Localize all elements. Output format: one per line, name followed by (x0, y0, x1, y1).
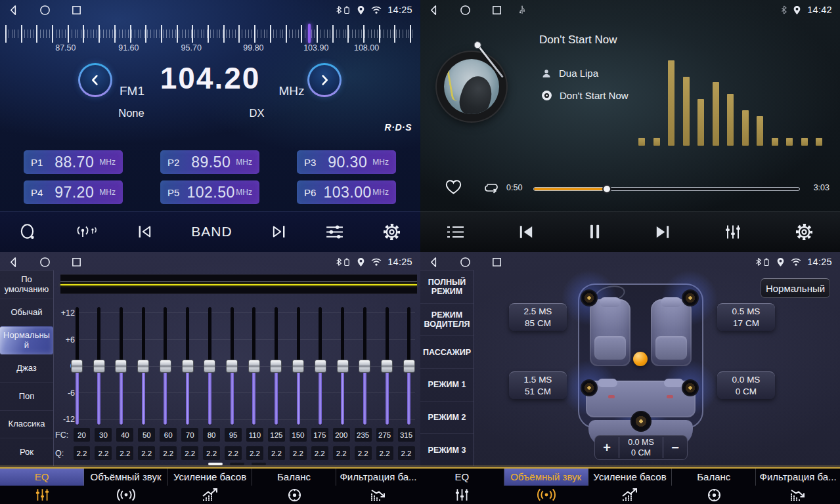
back-icon[interactable] (8, 5, 19, 16)
slider-knob[interactable] (337, 360, 349, 373)
tuner-scale[interactable] (5, 24, 415, 43)
eq-band-slider[interactable] (71, 307, 83, 425)
slider-knob[interactable] (182, 360, 194, 373)
tab-eq[interactable]: EQ (0, 469, 84, 504)
scan-button[interactable] (19, 223, 37, 241)
previous-track-button[interactable] (518, 224, 535, 240)
eq-band-slider[interactable] (359, 307, 370, 425)
back-icon[interactable] (428, 257, 439, 268)
recents-icon[interactable] (71, 257, 82, 268)
eq-band-slider[interactable] (248, 307, 260, 425)
listening-position-handle[interactable] (633, 352, 648, 366)
eq-preset-item[interactable]: По умолчанию (0, 270, 53, 299)
back-icon[interactable] (8, 257, 19, 268)
repeat-button[interactable] (483, 180, 500, 198)
slider-knob[interactable] (315, 360, 326, 373)
eq-band-slider[interactable] (93, 307, 105, 425)
slider-knob[interactable] (71, 360, 83, 373)
preset-button[interactable]: P3 90.30 MHz (297, 150, 396, 174)
audio-settings-button[interactable] (325, 224, 344, 240)
tab-filter[interactable]: Фильтрация ба... (336, 469, 420, 504)
eq-band-slider[interactable] (115, 307, 127, 425)
page-dot[interactable] (230, 463, 244, 465)
slider-knob[interactable] (359, 360, 370, 373)
favorite-button[interactable] (445, 178, 462, 198)
home-icon[interactable] (39, 257, 51, 268)
home-icon[interactable] (460, 257, 471, 268)
slider-knob[interactable] (160, 360, 171, 373)
tab-filter[interactable]: Фильтрация ба... (756, 469, 840, 504)
next-track-button[interactable] (654, 224, 671, 240)
sf-mode-item[interactable]: ПАССАЖИР (420, 335, 474, 368)
preset-button[interactable]: P1 88.70 MHz (24, 150, 123, 174)
seek-bar-knob[interactable] (602, 184, 611, 194)
slider-knob[interactable] (204, 360, 215, 373)
recents-icon[interactable] (71, 5, 82, 16)
settings-button[interactable] (382, 222, 401, 242)
eq-band-slider[interactable] (137, 307, 149, 425)
pause-button[interactable] (588, 224, 602, 240)
front-right-delay-button[interactable]: 0.5 MS17 CM (717, 303, 775, 331)
eq-band-slider[interactable] (226, 307, 238, 425)
tab-surround[interactable]: Объёмный звук (504, 469, 588, 504)
slider-knob[interactable] (115, 360, 127, 373)
back-icon[interactable] (428, 5, 439, 16)
tab-balance[interactable]: Баланс (252, 469, 336, 504)
eq-preset-item[interactable]: Поп (0, 382, 53, 410)
seek-bar[interactable] (533, 187, 800, 191)
eq-band-slider[interactable] (292, 307, 304, 425)
preset-button[interactable]: P5 102.50 MHz (160, 180, 259, 204)
band-button[interactable]: BAND (191, 224, 232, 240)
slider-knob[interactable] (226, 360, 238, 373)
playlist-button[interactable] (447, 225, 464, 239)
eq-preset-item[interactable]: Обычай (0, 299, 53, 327)
home-icon[interactable] (39, 5, 51, 16)
slider-knob[interactable] (137, 360, 149, 373)
broadcast-button[interactable] (75, 223, 99, 240)
eq-band-slider[interactable] (182, 307, 194, 425)
delay-increase-button[interactable]: + (595, 440, 619, 455)
front-left-delay-button[interactable]: 2.5 MS85 CM (509, 303, 567, 331)
eq-preset-item[interactable]: Нормальный (0, 326, 53, 354)
slider-knob[interactable] (403, 360, 415, 373)
eq-band-slider[interactable] (403, 307, 415, 425)
eq-preset-item[interactable]: Классика (0, 410, 53, 438)
tab-balance[interactable]: Баланс (672, 469, 756, 504)
sf-preset-button[interactable]: Нормальный (761, 278, 830, 298)
sf-mode-item[interactable]: РЕЖИМ ВОДИТЕЛЯ (420, 303, 474, 336)
audio-settings-button[interactable] (724, 224, 741, 240)
sf-mode-item[interactable]: РЕЖИМ 1 (420, 368, 474, 401)
slider-knob[interactable] (292, 360, 304, 373)
eq-band-slider[interactable] (204, 307, 215, 425)
slider-knob[interactable] (270, 360, 282, 373)
tab-bass-boost[interactable]: Усиление басов (168, 469, 252, 504)
sf-mode-item[interactable]: РЕЖИМ 2 (420, 401, 474, 434)
page-dot[interactable] (252, 463, 266, 465)
slider-knob[interactable] (93, 360, 105, 373)
sf-mode-item[interactable]: ПОЛНЫЙ РЕЖИМ (420, 270, 474, 303)
sf-mode-item[interactable]: РЕЖИМ 3 (420, 433, 474, 466)
eq-band-slider[interactable] (160, 307, 171, 425)
eq-band-slider[interactable] (337, 307, 349, 425)
home-icon[interactable] (460, 5, 471, 16)
eq-band-slider[interactable] (315, 307, 326, 425)
tab-bass-boost[interactable]: Усиление басов (588, 469, 673, 504)
eq-preset-item[interactable]: Рок (0, 438, 53, 466)
preset-button[interactable]: P2 89.50 MHz (160, 150, 259, 174)
settings-button[interactable] (795, 222, 814, 242)
rear-left-delay-button[interactable]: 1.5 MS51 CM (509, 371, 567, 399)
tune-up-button[interactable] (307, 63, 342, 97)
slider-knob[interactable] (381, 360, 393, 373)
tab-surround[interactable]: Объёмный звук (84, 469, 168, 504)
eq-band-slider[interactable] (381, 307, 393, 425)
delay-decrease-button[interactable]: − (663, 440, 687, 455)
next-button[interactable] (271, 224, 287, 239)
page-dot-active[interactable] (208, 463, 223, 465)
preset-button[interactable]: P4 97.20 MHz (24, 180, 123, 204)
eq-preset-item[interactable]: Джаз (0, 354, 53, 383)
rear-right-delay-button[interactable]: 0.0 MS0 CM (717, 371, 775, 399)
eq-band-slider[interactable] (270, 307, 282, 425)
slider-knob[interactable] (248, 360, 260, 373)
previous-button[interactable] (137, 224, 153, 239)
recents-icon[interactable] (491, 5, 502, 16)
